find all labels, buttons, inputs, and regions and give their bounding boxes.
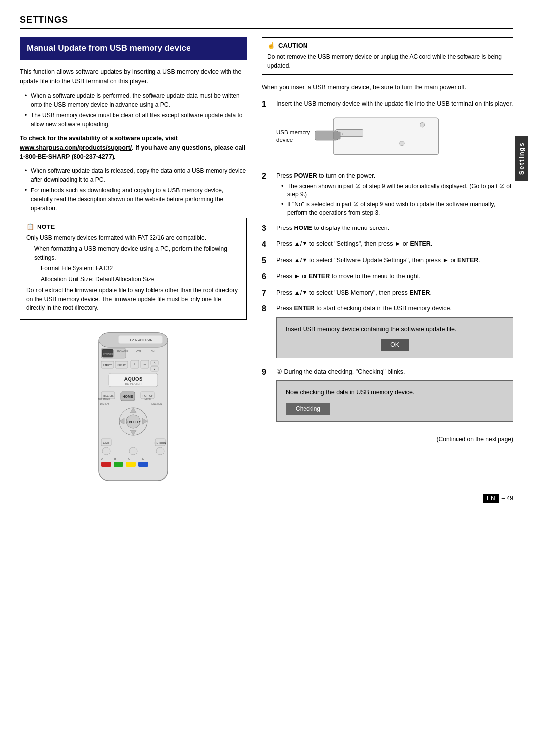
intro-text: This function allows software updates by… <box>20 67 247 86</box>
intro-bullet-1: When a software update is performed, the… <box>25 91 247 109</box>
sharp-link[interactable]: www.sharpusa.com/products/support/ <box>20 144 132 151</box>
steps-list: 1 Insert the USB memory device with the … <box>262 99 513 426</box>
svg-text:ENTER: ENTER <box>126 420 140 424</box>
svg-point-48 <box>156 447 164 455</box>
settings-sidebar-tab: Settings <box>515 136 528 181</box>
step-3: 3 Press HOME to display the menu screen. <box>262 224 513 235</box>
caution-icon: ☝ <box>267 42 275 49</box>
power-off-text: When you insert a USB memory device, be … <box>262 82 513 92</box>
svg-text:HOME: HOME <box>123 395 133 398</box>
note-title: 📋 NOTE <box>26 223 240 230</box>
svg-rect-55 <box>126 462 136 467</box>
svg-text:B: B <box>114 457 116 460</box>
svg-text:TITLE LIST: TITLE LIST <box>101 394 115 397</box>
svg-text:DISPLAY: DISPLAY <box>100 403 110 405</box>
step-1-text: Insert the USB memory device with the up… <box>276 99 513 109</box>
bold-bullet-2: For methods such as downloading and copy… <box>25 186 247 213</box>
svg-point-59 <box>420 122 425 127</box>
step-8-text: Press ENTER to start checking data in th… <box>276 304 513 313</box>
note-content: Only USB memory devices formatted with F… <box>26 233 240 312</box>
svg-text:POWER: POWER <box>103 353 114 356</box>
note-item-4: Allocation Unit Size: Default Allocation… <box>26 275 240 284</box>
svg-text:AQUOS: AQUOS <box>124 377 143 382</box>
svg-text:POWER: POWER <box>117 350 129 353</box>
step-4: 4 Press ▲/▼ to select "Settings", then p… <box>262 239 513 251</box>
svg-text:RETURN: RETURN <box>155 441 166 444</box>
svg-text:MENU: MENU <box>144 398 151 401</box>
svg-text:VOL: VOL <box>136 350 142 353</box>
caution-title: ☝ CAUTION <box>267 42 507 49</box>
checking-button: Checking <box>286 403 330 415</box>
svg-text:FUNCTION: FUNCTION <box>151 403 162 405</box>
step-2-text: Press POWER to turn on the power. <box>276 171 513 181</box>
step-3-text: Press HOME to display the menu screen. <box>276 224 513 233</box>
step-1: 1 Insert the USB memory device with the … <box>262 99 513 166</box>
step-2-bullet-2: If "No" is selected in part ② of step 9 … <box>281 200 513 217</box>
step-7-text: Press ▲/▼ to select "USB Memory", then p… <box>276 288 513 298</box>
step-2-bullets: The screen shown in part ② of step 9 wil… <box>276 182 513 217</box>
note-box: 📋 NOTE Only USB memory devices formatted… <box>20 218 247 320</box>
note-icon: 📋 <box>26 223 34 230</box>
step-2-bullet-1: The screen shown in part ② of step 9 wil… <box>281 182 513 199</box>
svg-text:→: → <box>339 131 344 137</box>
dialog-2: Now checking the data in USB memory devi… <box>276 380 513 422</box>
svg-text:TV CONTROL: TV CONTROL <box>129 338 152 341</box>
step-7: 7 Press ▲/▼ to select "USB Memory", then… <box>262 288 513 300</box>
remote-illustration: TV CONTROL POWER POWER VOL CH EJECT INPU… <box>20 328 247 486</box>
note-item-3: Format File System: FAT32 <box>26 264 240 273</box>
step-9: 9 ① During the data checking, "Checking"… <box>262 367 513 426</box>
dialog-2-text: Now checking the data in USB memory devi… <box>286 388 504 397</box>
svg-text:C: C <box>128 457 130 460</box>
usb-label: USB memory device <box>276 129 310 144</box>
svg-text:CH: CH <box>151 350 155 353</box>
left-column: Manual Update from USB memory device Thi… <box>20 37 247 486</box>
right-column: ☝ CAUTION Do not remove the USB memory d… <box>262 37 513 486</box>
page-number-bar: EN – 49 <box>20 491 513 503</box>
bold-bullets: When software update data is released, c… <box>20 166 247 213</box>
bold-bullet-1: When software update data is released, c… <box>25 166 247 184</box>
usb-diagram: USB memory device <box>276 113 513 159</box>
svg-text:BD PLAYER: BD PLAYER <box>125 382 142 385</box>
intro-bullet-2: The USB memory device must be clear of a… <box>25 111 247 129</box>
svg-rect-56 <box>138 462 148 467</box>
dialog-1-text: Insert USB memory device containing the … <box>286 325 504 334</box>
svg-text:EJECT: EJECT <box>102 364 112 367</box>
caution-box: ☝ CAUTION Do not remove the USB memory d… <box>262 37 513 75</box>
svg-text:+: + <box>133 362 136 367</box>
svg-rect-53 <box>101 462 111 467</box>
note-item-2: When formatting a USB memory device usin… <box>26 244 240 262</box>
svg-text:A: A <box>101 457 103 460</box>
intro-bullets: When a software update is performed, the… <box>20 91 247 129</box>
step-8: 8 Press ENTER to start checking data in … <box>262 304 513 362</box>
svg-point-63 <box>400 141 404 145</box>
page-wrapper: SETTINGS Manual Update from USB memory d… <box>20 15 513 503</box>
checking-btn-area: Checking <box>286 399 504 415</box>
svg-rect-54 <box>114 462 123 467</box>
note-item-5: Do not extract the firmware update file … <box>26 286 240 312</box>
continued-text: (Continued on the next page) <box>262 436 513 443</box>
step-5-text: Press ▲/▼ to select "Software Update Set… <box>276 256 513 265</box>
svg-text:INPUT: INPUT <box>117 364 126 367</box>
step-6-text: Press ► or ENTER to move to the menu to … <box>276 272 513 281</box>
dialog-ok-area: OK <box>286 339 504 351</box>
language-badge: EN <box>483 494 499 503</box>
step-2: 2 Press POWER to turn on the power. The … <box>262 171 513 219</box>
svg-text:TOP MENU: TOP MENU <box>98 398 110 401</box>
section-title: Manual Update from USB memory device <box>20 37 247 60</box>
svg-text:∧: ∧ <box>153 361 156 364</box>
page-header: SETTINGS <box>20 15 513 29</box>
ok-button[interactable]: OK <box>381 339 409 351</box>
step-4-text: Press ▲/▼ to select "Settings", then pre… <box>276 239 513 249</box>
step-9-text: ① During the data checking, "Checking" b… <box>276 367 513 377</box>
step-5: 5 Press ▲/▼ to select "Software Update S… <box>262 256 513 267</box>
svg-text:EXIT: EXIT <box>103 441 110 444</box>
page-number: – 49 <box>502 495 513 502</box>
svg-text:D: D <box>142 457 144 460</box>
svg-text:−: − <box>143 362 146 367</box>
svg-text:POP-UP: POP-UP <box>142 394 152 397</box>
svg-point-46 <box>102 447 110 455</box>
bold-paragraph: To check for the availability of a softw… <box>20 134 247 161</box>
caution-text: Do not remove the USB memory device or u… <box>267 52 507 70</box>
svg-text:∨: ∨ <box>153 367 156 370</box>
svg-point-47 <box>129 447 137 455</box>
